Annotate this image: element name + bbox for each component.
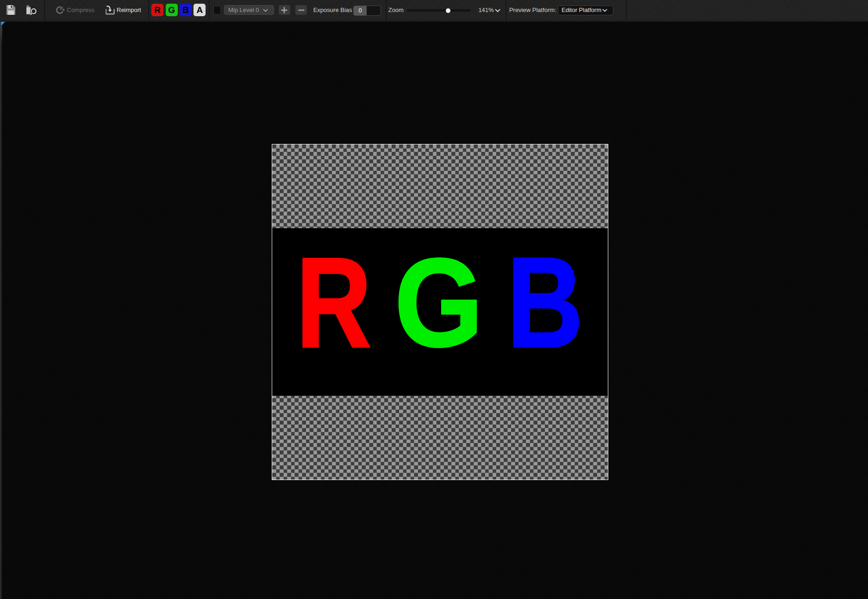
svg-text:R: R — [296, 231, 372, 374]
svg-text:B: B — [507, 231, 583, 374]
svg-text:G: G — [394, 232, 483, 373]
